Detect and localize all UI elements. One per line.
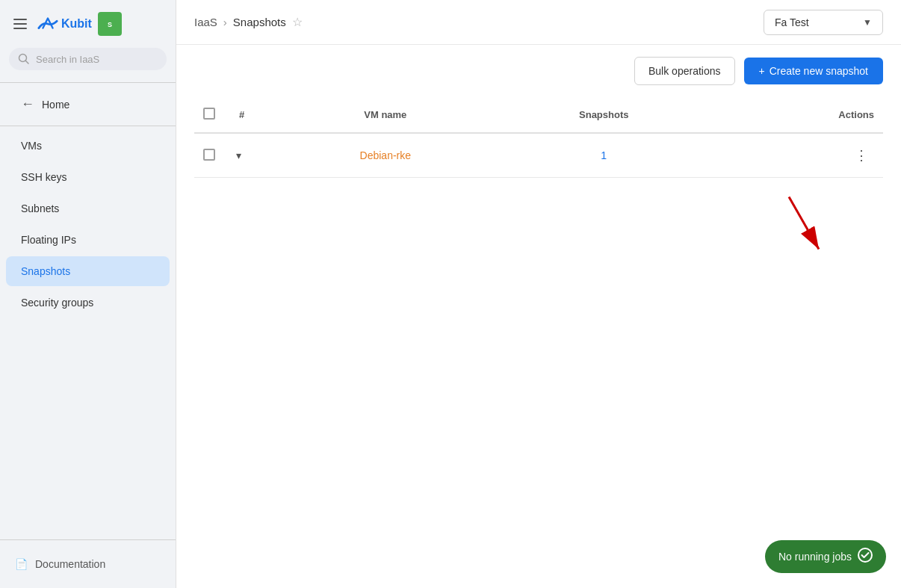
search-box[interactable]: Search in IaaS: [9, 48, 167, 70]
snapshots-label: Snapshots: [21, 265, 70, 277]
create-icon: +: [759, 65, 765, 77]
action-bar: Bulk operations + Create new snapshot: [176, 45, 901, 97]
breadcrumb-separator-icon: ›: [223, 16, 227, 28]
sidebar-bottom: 📄 Documentation: [0, 539, 176, 588]
topbar: IaaS › Snapshots ☆ Fa Test ▼: [176, 0, 901, 45]
status-label: No running jobs: [778, 551, 852, 563]
main-content: IaaS › Snapshots ☆ Fa Test ▼ Bulk operat…: [176, 0, 901, 588]
row-checkbox[interactable]: [203, 149, 215, 161]
security-groups-label: Security groups: [21, 297, 93, 309]
actions-cell: ⋮: [712, 133, 883, 178]
th-number: #: [230, 97, 275, 133]
breadcrumb: IaaS › Snapshots ☆: [194, 15, 303, 29]
snapshots-table: # VM name Snapshots Actions ▾ D: [194, 97, 883, 178]
snapshots-table-container: # VM name Snapshots Actions ▾ D: [176, 97, 901, 588]
row-expand-cell: ▾: [230, 133, 275, 178]
vm-name-cell[interactable]: Debian-rke: [275, 133, 496, 178]
kubit-logo: Kubit: [37, 13, 92, 34]
doc-icon: 📄: [15, 558, 28, 570]
snapshots-count-cell[interactable]: 1: [496, 133, 712, 178]
sidebar-divider-top: [0, 82, 176, 83]
status-check-icon: [858, 548, 873, 566]
hamburger-menu-button[interactable]: [10, 16, 30, 32]
documentation-link[interactable]: 📄 Documentation: [0, 549, 176, 579]
svg-text:S: S: [108, 21, 112, 28]
sidebar-header: Kubit S: [0, 0, 176, 48]
status-bar: No running jobs: [765, 540, 886, 573]
sidebar: Kubit S Search in IaaS ← Home VMs SSH ke…: [0, 0, 176, 588]
logo-area: Kubit S: [37, 12, 122, 36]
sidebar-item-vms[interactable]: VMs: [6, 131, 170, 161]
breadcrumb-current: Snapshots: [233, 16, 286, 28]
create-snapshot-label: Create new snapshot: [770, 65, 868, 77]
sidebar-item-floating-ips[interactable]: Floating IPs: [6, 225, 170, 255]
topbar-right: Fa Test ▼: [764, 10, 883, 35]
favorite-star-icon[interactable]: ☆: [292, 15, 303, 29]
th-actions: Actions: [712, 97, 883, 133]
svg-point-4: [858, 548, 872, 562]
subnets-label: Subnets: [21, 202, 59, 214]
kubit-logo-icon: [37, 13, 58, 34]
table-header: # VM name Snapshots Actions: [194, 97, 883, 133]
th-snapshots: Snapshots: [496, 97, 712, 133]
sidebar-divider-home: [0, 126, 176, 126]
search-icon: [18, 53, 30, 65]
vms-label: VMs: [21, 140, 42, 152]
row-more-actions-button[interactable]: ⋮: [849, 144, 874, 167]
table-row: ▾ Debian-rke 1 ⋮: [194, 133, 883, 178]
th-vm-name: VM name: [275, 97, 496, 133]
kubit-logo-text: Kubit: [61, 17, 92, 31]
chevron-down-icon: ▼: [863, 17, 872, 28]
expand-row-button[interactable]: ▾: [233, 146, 244, 164]
home-label: Home: [42, 99, 69, 111]
back-arrow-icon: ←: [21, 96, 34, 112]
sidebar-item-subnets[interactable]: Subnets: [6, 194, 170, 223]
tenant-name: Fa Test: [775, 16, 809, 28]
documentation-label: Documentation: [35, 558, 105, 570]
ssh-keys-label: SSH keys: [21, 171, 66, 183]
create-snapshot-button[interactable]: + Create new snapshot: [744, 58, 884, 84]
sidebar-item-security-groups[interactable]: Security groups: [6, 288, 170, 318]
sidebar-nav: VMs SSH keys Subnets Floating IPs Snapsh…: [0, 129, 176, 319]
bulk-operations-button[interactable]: Bulk operations: [634, 57, 735, 85]
table-body: ▾ Debian-rke 1 ⋮: [194, 133, 883, 178]
tenant-selector[interactable]: Fa Test ▼: [764, 10, 883, 35]
sidebar-item-snapshots[interactable]: Snapshots: [6, 256, 170, 286]
content-area: Bulk operations + Create new snapshot # …: [176, 45, 901, 588]
search-placeholder: Search in IaaS: [36, 54, 99, 65]
breadcrumb-parent[interactable]: IaaS: [194, 16, 217, 28]
select-all-checkbox[interactable]: [203, 108, 215, 120]
sidebar-item-ssh-keys[interactable]: SSH keys: [6, 162, 170, 192]
sidebar-item-home[interactable]: ← Home: [6, 87, 170, 121]
secondary-logo: S: [98, 12, 122, 36]
floating-ips-label: Floating IPs: [21, 234, 76, 246]
th-select-all: [194, 97, 230, 133]
row-checkbox-cell: [194, 133, 230, 178]
